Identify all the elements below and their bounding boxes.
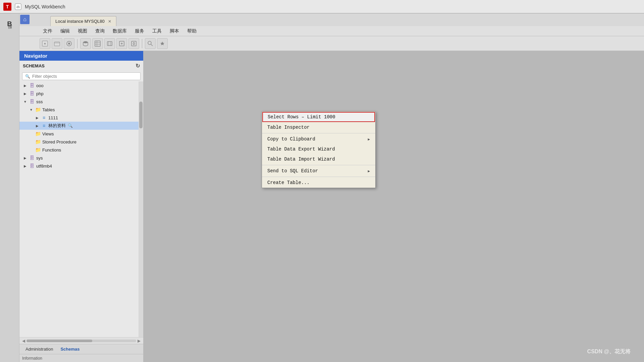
tree-label-stored-proc: Stored Procedure: [42, 139, 76, 144]
toolbar-refresh[interactable]: [64, 38, 74, 49]
toolbar-db-icon[interactable]: [80, 38, 91, 49]
content-area: Select Rows – Limit 1000 Table Inspector…: [144, 51, 644, 362]
info-label: Information: [22, 356, 42, 361]
ctx-select-rows[interactable]: Select Rows – Limit 1000: [262, 112, 375, 122]
ctx-copy-clipboard[interactable]: Copy to Clipboard ▶: [262, 134, 375, 144]
db-icon-utf8mb4: 🗄: [29, 163, 35, 169]
toolbar-settings[interactable]: [157, 38, 168, 49]
tab-bar: ⌂ Local instance MYSQL80 ✕: [19, 13, 644, 26]
tree-arrow-sss: ▼: [23, 99, 28, 104]
tree-label-tables: Tables: [42, 107, 55, 112]
tab-local-mysql[interactable]: Local instance MYSQL80 ✕: [50, 16, 116, 26]
svg-text:+: +: [44, 42, 46, 46]
filter-box: 🔍: [22, 72, 141, 80]
tree-item-ooo[interactable]: ▶ 🗄 ooo: [19, 81, 143, 89]
mysql-icon: db: [14, 3, 22, 11]
tree-item-tables[interactable]: ▼ 📁 Tables: [19, 106, 143, 114]
tree-arrow-linde: ▶: [35, 123, 40, 128]
tree-label-utf8mb4: utf8mb4: [36, 164, 52, 169]
hscroll-thumb[interactable]: [26, 340, 92, 342]
ctx-sep-1: [262, 133, 375, 133]
tree-label-linde-extra: 🔍: [68, 123, 73, 128]
tree-arrow-functions: [29, 147, 34, 152]
title-bar: T db MySQL Workbench: [0, 0, 644, 13]
folder-icon-tables: 📁: [35, 107, 41, 113]
svg-text:db: db: [16, 5, 20, 9]
toolbar-export[interactable]: [116, 38, 127, 49]
strip-label-b: B: [7, 20, 12, 28]
tree-item-sys[interactable]: ▶ 🗄 sys: [19, 154, 143, 162]
tree-item-views[interactable]: 📁 Views: [19, 130, 143, 138]
menu-query[interactable]: 查询: [92, 27, 108, 35]
horizontal-scrollbar[interactable]: ◀ ▶: [19, 337, 143, 344]
menu-bar: 文件 编辑 视图 查询 数据库 服务 工具 脚本 帮助: [19, 26, 644, 36]
db-icon-sss: 🗄: [29, 99, 35, 105]
tree-item-sss[interactable]: ▼ 🗄 sss: [19, 98, 143, 106]
menu-scripting[interactable]: 脚本: [166, 27, 182, 35]
tree-arrow-stored-proc: [29, 139, 34, 144]
context-menu: Select Rows – Limit 1000 Table Inspector…: [262, 111, 376, 188]
tree-label-sss: sss: [36, 99, 43, 104]
tab-close-button[interactable]: ✕: [108, 19, 111, 24]
main-area: Navigator SCHEMAS ↻ 🔍 ▶ 🗄 ooo ▶: [19, 51, 644, 362]
filter-search-icon: 🔍: [25, 74, 30, 79]
toolbar-open-file[interactable]: [52, 38, 62, 49]
menu-server[interactable]: 服务: [131, 27, 148, 35]
menu-edit[interactable]: 编辑: [57, 27, 73, 35]
tree-item-linde[interactable]: ▶ ≡ 林的资料 🔍: [19, 122, 143, 130]
ctx-table-inspector[interactable]: Table Inspector: [262, 122, 375, 132]
scroll-left-arrow[interactable]: ◀: [22, 339, 25, 343]
app-title: MySQL Workbench: [25, 4, 65, 9]
tree-arrow-tables: ▼: [29, 107, 34, 112]
scrollbar-thumb[interactable]: [139, 102, 143, 128]
svg-point-6: [68, 43, 70, 45]
scrollbar-track[interactable]: [139, 81, 143, 337]
menu-help[interactable]: 帮助: [184, 27, 200, 35]
svg-rect-12: [107, 42, 112, 46]
tab-schemas[interactable]: Schemas: [57, 346, 83, 352]
toolbar: + 0: [19, 36, 644, 51]
ctx-export-wizard[interactable]: Table Data Export Wizard: [262, 144, 375, 154]
ctx-sep-3: [262, 177, 375, 177]
tree-item-functions[interactable]: 📁 Functions: [19, 146, 143, 154]
left-strip: B 粗: [0, 13, 19, 362]
tree-label-ooo: ooo: [36, 83, 44, 88]
hscroll-track: [26, 340, 136, 342]
folder-icon-functions: 📁: [35, 147, 41, 153]
tree-label-sys: sys: [36, 156, 43, 161]
table-icon-1111: ≡: [41, 115, 47, 121]
filter-input[interactable]: [32, 74, 138, 79]
tree-arrow-ooo: ▶: [23, 83, 28, 88]
menu-database[interactable]: 数据库: [109, 27, 130, 35]
toolbar-search[interactable]: [145, 38, 156, 49]
toolbar-wrench[interactable]: [104, 38, 115, 49]
tree-arrow-sys: ▶: [23, 156, 28, 160]
ctx-create-table[interactable]: Create Table...: [262, 178, 375, 188]
tree-arrow-php: ▶: [23, 91, 28, 96]
tree-item-stored-proc[interactable]: 📁 Stored Procedure: [19, 138, 143, 146]
tab-administration[interactable]: Administration: [22, 346, 56, 352]
home-nav-button[interactable]: ⌂: [20, 15, 30, 24]
tree-arrow-views: [29, 131, 34, 136]
svg-point-7: [83, 41, 88, 43]
ctx-send-sql[interactable]: Send to SQL Editor ▶: [262, 166, 375, 176]
scroll-right-arrow[interactable]: ▶: [138, 339, 141, 343]
menu-view[interactable]: 视图: [74, 27, 91, 35]
toolbar-new-query[interactable]: +: [40, 38, 50, 49]
menu-tools[interactable]: 工具: [149, 27, 165, 35]
tree-item-1111[interactable]: ▶ ≡ 1111: [19, 114, 143, 122]
db-icon-ooo: 🗄: [29, 82, 35, 88]
toolbar-table-icon[interactable]: [92, 38, 103, 49]
tree-item-php[interactable]: ▶ 🗄 php: [19, 89, 143, 98]
schemas-refresh-icon[interactable]: ↻: [136, 63, 140, 69]
schemas-header: SCHEMAS ↻: [19, 61, 143, 71]
tree-arrow-utf8mb4: ▶: [23, 164, 28, 168]
toolbar-import[interactable]: 0: [128, 38, 139, 49]
menu-file[interactable]: 文件: [40, 27, 56, 35]
svg-rect-4: [54, 42, 60, 46]
tree-arrow-1111: ▶: [35, 115, 40, 120]
tree-label-linde: 林的资料: [48, 123, 66, 129]
folder-icon-stored-proc: 📁: [35, 139, 41, 145]
ctx-import-wizard[interactable]: Table Data Import Wizard: [262, 154, 375, 164]
tree-item-utf8mb4[interactable]: ▶ 🗄 utf8mb4: [19, 162, 143, 170]
